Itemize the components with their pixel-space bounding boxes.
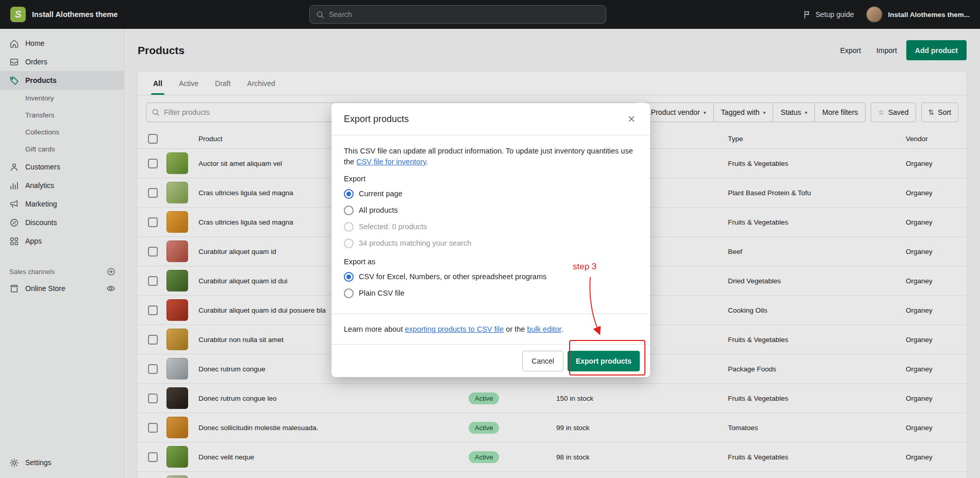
learn-more-text: Learn more about exporting products to C… (331, 314, 650, 344)
radio-option[interactable]: 34 products matching your search (344, 237, 638, 249)
csv-inventory-link[interactable]: CSV file for inventory (356, 158, 426, 166)
export-products-button[interactable]: Export products (568, 351, 640, 371)
export-products-modal: Export products This CSV file can update… (331, 103, 650, 377)
radio-icon (344, 238, 354, 248)
export-csv-help-link[interactable]: exporting products to CSV file (405, 325, 504, 333)
radio-icon (344, 206, 354, 215)
radio-option[interactable]: Plain CSV file (344, 287, 638, 299)
cancel-button[interactable]: Cancel (522, 351, 563, 371)
step-annotation-label: step 3 (573, 262, 596, 272)
radio-icon (344, 189, 354, 199)
radio-icon (344, 272, 354, 282)
close-icon[interactable] (625, 113, 638, 125)
radio-icon (344, 288, 354, 298)
modal-description: This CSV file can update all product inf… (344, 146, 638, 167)
export-section-label: Export (344, 175, 638, 183)
export-options: Current pageAll productsSelected: 0 prod… (344, 187, 638, 249)
radio-option[interactable]: CSV for Excel, Numbers, or other spreads… (344, 270, 638, 283)
radio-option[interactable]: All products (344, 204, 638, 216)
radio-option[interactable]: Current page (344, 187, 638, 200)
export-as-options: CSV for Excel, Numbers, or other spreads… (344, 270, 638, 299)
modal-title: Export products (344, 114, 409, 125)
radio-icon (344, 222, 354, 232)
radio-option[interactable]: Selected: 0 products (344, 220, 638, 233)
bulk-editor-link[interactable]: bulk editor (527, 325, 561, 333)
